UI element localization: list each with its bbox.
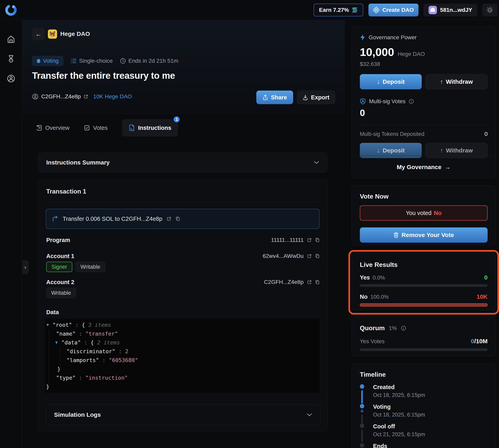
live-results-title: Live Results bbox=[360, 261, 488, 269]
collapse-triangle-icon[interactable]: ▼ bbox=[55, 340, 61, 345]
json-line: } bbox=[45, 382, 320, 391]
proposal-status-row: Voting Single-choice Ends in 2d 21h 51m bbox=[32, 56, 178, 66]
author-address[interactable]: C2GFH...Z4e8p bbox=[41, 93, 81, 100]
export-button[interactable]: Export bbox=[297, 91, 335, 104]
dao-name[interactable]: Hege DAO bbox=[60, 31, 90, 37]
live-results-card: Live Results Yes 0.0% 0 No 100.0% 10K bbox=[352, 254, 496, 310]
json-sep: : bbox=[115, 348, 125, 354]
program-address[interactable]: 11111...11111 bbox=[271, 237, 304, 243]
instructions-summary-collapse[interactable]: Instructions Summary bbox=[38, 152, 327, 173]
timeline-dot-icon bbox=[360, 443, 364, 448]
timeline-dot-icon bbox=[360, 384, 364, 389]
timeline-date: Oct 18, 2025, 6:15pm bbox=[373, 412, 488, 418]
yes-label: Yes bbox=[360, 274, 370, 281]
collapse-triangle-icon[interactable]: ▼ bbox=[47, 322, 52, 327]
my-governance-link[interactable]: My Governance → bbox=[352, 156, 496, 178]
data-label: Data bbox=[46, 309, 59, 316]
json-sep: : bbox=[81, 339, 91, 346]
dao-avatar[interactable] bbox=[48, 30, 57, 39]
quorum-title: Quorum bbox=[360, 324, 385, 332]
instruction-data-json-viewer: ▼"root" : { 3 items "name" : "transfer" … bbox=[45, 318, 320, 393]
chevron-down-icon bbox=[307, 413, 312, 416]
theme-toggle-button[interactable] bbox=[482, 4, 497, 16]
copy-icon[interactable] bbox=[315, 254, 320, 258]
list-icon bbox=[71, 58, 77, 64]
json-sep: : bbox=[76, 331, 85, 337]
medal-icon[interactable] bbox=[6, 54, 16, 64]
home-icon[interactable] bbox=[6, 34, 16, 44]
yes-progress-bar bbox=[360, 284, 488, 287]
earn-label: Earn 7.27% bbox=[319, 7, 349, 13]
timeline-connector bbox=[361, 414, 363, 424]
timeline-title: Timeline bbox=[360, 371, 488, 378]
multisig-tokens-value: 0 bbox=[484, 131, 488, 137]
yes-percent: 0.0% bbox=[373, 275, 385, 281]
dao-diamond-icon bbox=[373, 7, 379, 13]
copy-icon[interactable] bbox=[315, 238, 320, 242]
deposit-button[interactable]: ↓ Deposit bbox=[360, 74, 422, 89]
yes-count: 0 bbox=[484, 274, 488, 281]
create-dao-label: Create DAO bbox=[382, 7, 414, 13]
vote-type: Single-choice bbox=[71, 58, 113, 64]
withdraw-label: Withdraw bbox=[446, 147, 473, 154]
governance-power-amount: 10,000 bbox=[360, 46, 394, 59]
json-line: "type" : "instruction" bbox=[45, 373, 320, 382]
json-meta: 3 items bbox=[88, 322, 111, 328]
header-divider bbox=[22, 44, 345, 44]
arrow-down-icon: ↓ bbox=[377, 147, 380, 154]
file-code-icon bbox=[129, 124, 135, 131]
share-button[interactable]: Share bbox=[256, 91, 293, 104]
wallet-button[interactable]: 581n...wdJY bbox=[423, 4, 477, 16]
simulation-logs-collapse[interactable]: Simulation Logs bbox=[46, 404, 320, 425]
json-sep: : bbox=[72, 322, 82, 328]
arrow-up-icon: ↑ bbox=[440, 78, 443, 85]
account2-address[interactable]: C2GFH...Z4e8p bbox=[264, 279, 304, 285]
author-vote-weight-link[interactable]: 10K Hege DAO bbox=[93, 93, 132, 100]
transfer-summary-row[interactable]: Transfer 0.006 SOL to C2GFH...Z4e8p bbox=[46, 209, 320, 229]
proposal-tabs: Overview Votes Instructions 1 bbox=[36, 119, 178, 136]
copy-icon[interactable] bbox=[176, 216, 180, 221]
external-link-icon[interactable] bbox=[84, 94, 88, 99]
copy-icon[interactable] bbox=[315, 280, 320, 285]
timeline-item: Ends bbox=[360, 443, 488, 448]
account1-address[interactable]: 62wv4...AWwDu bbox=[263, 253, 304, 259]
withdraw-button[interactable]: ↑ Withdraw bbox=[425, 74, 488, 89]
external-link-icon[interactable] bbox=[307, 280, 312, 284]
account-icon[interactable] bbox=[6, 74, 16, 83]
external-link-icon[interactable] bbox=[167, 217, 171, 221]
earn-button[interactable]: Earn 7.27% bbox=[313, 4, 363, 16]
json-meta: 2 items bbox=[97, 339, 120, 346]
status-badge: Voting bbox=[32, 56, 63, 66]
json-key: "discriminator" bbox=[66, 348, 115, 354]
json-value: "transfer" bbox=[85, 331, 118, 337]
timeline-subdot-icon bbox=[361, 410, 363, 412]
app-logo-icon[interactable] bbox=[5, 4, 17, 16]
json-line: ▼"root" : { 3 items bbox=[45, 320, 320, 329]
tab-overview[interactable]: Overview bbox=[36, 125, 69, 131]
timeline-label: Ends bbox=[373, 443, 488, 448]
info-icon[interactable] bbox=[409, 99, 414, 104]
solana-icon bbox=[352, 7, 358, 13]
no-progress-bar bbox=[360, 303, 488, 306]
right-sidebar: Governance Power 10,000 Hege DAO $32.638… bbox=[345, 20, 499, 448]
json-line: "name" : "transfer" bbox=[45, 329, 320, 338]
json-key: "data" bbox=[61, 339, 81, 346]
json-brace: { bbox=[91, 339, 97, 346]
clock-icon bbox=[120, 58, 126, 64]
status-label: Voting bbox=[43, 58, 59, 64]
create-dao-button[interactable]: Create DAO bbox=[368, 4, 419, 16]
writable-badge: Writable bbox=[46, 288, 76, 298]
account2-badges: Writable bbox=[46, 288, 76, 298]
info-icon[interactable] bbox=[401, 326, 406, 331]
external-link-icon[interactable] bbox=[307, 254, 312, 258]
program-row: Program 11111...11111 bbox=[46, 236, 320, 244]
external-link-icon[interactable] bbox=[307, 238, 312, 242]
remove-vote-button[interactable]: Remove Your Vote bbox=[360, 227, 488, 243]
tab-instructions-label: Instructions bbox=[138, 125, 171, 131]
timeline-dot-icon bbox=[360, 404, 364, 408]
tab-votes[interactable]: Votes bbox=[84, 125, 108, 131]
back-button[interactable]: ← bbox=[32, 28, 45, 40]
tab-votes-label: Votes bbox=[93, 125, 108, 131]
arrow-right-icon: → bbox=[445, 164, 451, 171]
tab-instructions[interactable]: Instructions 1 bbox=[122, 119, 178, 136]
